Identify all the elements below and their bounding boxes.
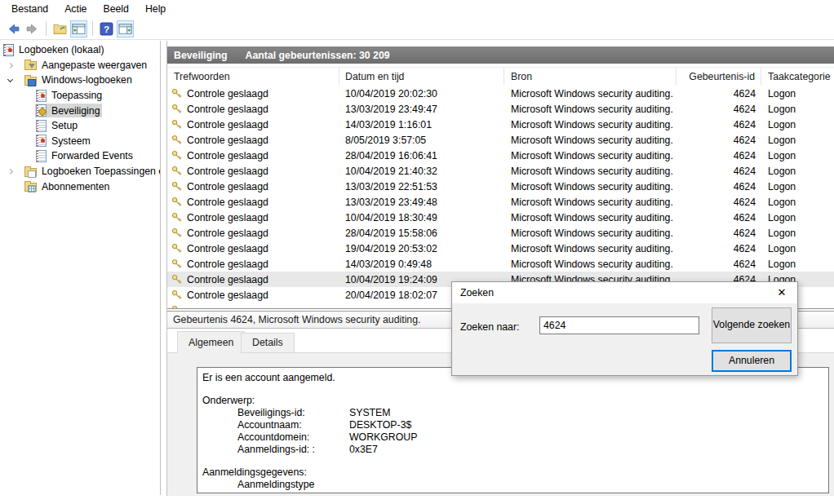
task-category-cell: Logon — [761, 197, 834, 208]
table-row[interactable]: Controle geslaagd10/04/2019 20:02:30Micr… — [167, 86, 834, 101]
task-category-cell: Logon — [761, 243, 834, 254]
tab-details[interactable]: Details — [241, 333, 295, 353]
datetime-cell: 13/03/2019 23:49:48 — [339, 197, 504, 208]
log-icon — [36, 120, 47, 132]
menu-bar: BestandActieBeeldHelp — [0, 0, 834, 18]
search-label: Zoeken naar: — [460, 321, 519, 333]
sidebar-item-label: Beveiliging — [51, 105, 100, 117]
source-cell: Microsoft Windows security auditing. — [504, 181, 677, 192]
event-id-cell: 4624 — [677, 181, 761, 192]
sidebar-item-abonnementen[interactable]: Abonnementen — [0, 179, 160, 194]
close-icon[interactable]: ✕ — [773, 285, 791, 301]
sidebar-item-forwarded-events[interactable]: Forwarded Events — [0, 148, 160, 164]
folder-windows-icon — [24, 77, 37, 86]
event-description-box[interactable]: Er is een account aangemeld.Onderwerp:Be… — [197, 367, 829, 493]
sidebar-item-toepassing[interactable]: Toepassing — [0, 88, 160, 104]
datetime-cell: 28/04/2019 16:06:41 — [339, 150, 504, 161]
log-title-bar: Beveiliging Aantal gebeurtenissen: 30 20… — [167, 46, 834, 64]
find-dialog-title: Zoeken — [460, 287, 494, 298]
sidebar-item-aangepaste-weergaven[interactable]: Aangepaste weergaven — [0, 58, 160, 73]
console-tree-toggle-icon[interactable] — [70, 20, 87, 38]
event-id-cell: 4624 — [677, 135, 761, 146]
event-table: Controle geslaagd10/04/2019 20:02:30Micr… — [167, 86, 834, 308]
open-saved-log-icon[interactable] — [51, 20, 69, 38]
sidebar-item-windows-logboeken[interactable]: Windows-logboeken — [0, 73, 160, 88]
detail-field-label: Accountnaam: — [237, 419, 349, 431]
sidebar-item-logboeken-toepassingen-en[interactable]: Logboeken Toepassingen en — [0, 164, 160, 179]
column-header-gebeurtenis-id[interactable]: Gebeurtenis-id^ — [677, 68, 761, 85]
expand-icon[interactable] — [7, 63, 13, 69]
keywords-cell: Controle geslaagd — [187, 259, 268, 270]
sidebar-item-beveiliging[interactable]: Beveiliging — [0, 103, 160, 118]
event-id-cell: 4624 — [677, 150, 761, 161]
audit-success-key-icon — [171, 228, 182, 238]
log-title: Beveiliging — [174, 50, 228, 61]
action-pane-toggle-icon[interactable] — [117, 20, 134, 38]
audit-success-key-icon — [171, 212, 182, 223]
detail-field-label: Accountdomein: — [237, 431, 349, 444]
toolbar-separator — [92, 21, 93, 36]
table-row[interactable]: Controle geslaagd8/05/2019 3:57:05Micros… — [167, 132, 834, 148]
audit-success-key-icon — [171, 290, 182, 300]
column-header-bron[interactable]: Bron — [504, 68, 677, 85]
table-row[interactable]: Controle geslaagd14/03/2019 1:16:01Micro… — [167, 117, 834, 132]
detail-field-value: WORKGROUP — [349, 431, 417, 443]
detail-field-label: Aanmeldings-id: : — [237, 444, 349, 456]
cancel-button[interactable]: Annuleren — [712, 350, 792, 372]
find-next-button[interactable]: Volgende zoeken — [712, 307, 792, 343]
find-dialog-titlebar[interactable]: Zoeken — [452, 282, 797, 303]
event-id-cell: 4624 — [677, 197, 761, 208]
source-cell: Microsoft Windows security auditing. — [504, 119, 677, 130]
collapse-icon[interactable] — [7, 77, 13, 82]
table-row[interactable]: Controle geslaagd19/04/2019 20:53:02Micr… — [167, 241, 834, 256]
forward-icon[interactable] — [24, 20, 41, 38]
menu-beeld[interactable]: Beeld — [95, 2, 136, 16]
column-header-datum-en-tijd[interactable]: Datum en tijd — [339, 68, 504, 85]
expand-icon[interactable] — [7, 169, 13, 175]
keywords-cell: Controle geslaagd — [187, 181, 268, 192]
menu-actie[interactable]: Actie — [56, 2, 95, 16]
task-category-cell: Logon — [761, 88, 834, 99]
table-row[interactable]: Controle geslaagd10/04/2019 18:30:49Micr… — [167, 210, 834, 225]
audit-success-key-icon — [171, 259, 182, 269]
help-icon[interactable]: ? — [98, 20, 115, 38]
menu-bestand[interactable]: Bestand — [3, 2, 56, 16]
search-input[interactable] — [539, 316, 699, 334]
sidebar-item-logboeken-lokaal[interactable]: Logboeken (lokaal) — [0, 42, 160, 58]
folder-subscriptions-icon — [24, 183, 37, 192]
column-header-taakcategorie[interactable]: Taakcategorie — [761, 68, 834, 85]
event-count: Aantal gebeurtenissen: 30 209 — [246, 50, 390, 61]
table-row[interactable]: Controle geslaagd13/03/2019 23:49:48Micr… — [167, 194, 834, 210]
table-row[interactable]: Controle geslaagd10/04/2019 21:40:32Micr… — [167, 163, 834, 179]
tab-algemeen[interactable]: Algemeen — [177, 331, 245, 353]
event-id-cell: 4624 — [677, 166, 761, 177]
event-id-cell: 4624 — [677, 88, 761, 99]
table-row[interactable]: Controle geslaagd13/03/2019 23:49:47Micr… — [167, 101, 834, 117]
event-id-cell: 4624 — [677, 259, 761, 270]
table-row[interactable]: Controle geslaagd13/03/2019 22:51:53Micr… — [167, 179, 834, 194]
folder-filter-icon — [24, 61, 37, 70]
datetime-cell: 14/03/2019 0:49:48 — [339, 259, 504, 270]
sidebar-item-systeem[interactable]: Systeem — [0, 134, 160, 149]
sidebar-item-label: Aangepaste weergaven — [42, 60, 147, 71]
sort-ascending-icon: ^ — [716, 68, 720, 71]
table-row[interactable]: Controle geslaagd14/03/2019 0:49:48Micro… — [167, 256, 834, 272]
toolbar-separator — [46, 21, 47, 36]
column-header-trefwoorden[interactable]: Trefwoorden — [167, 68, 339, 85]
event-detail-line: Aanmeldings-id: :0x3E7 — [202, 444, 823, 456]
sidebar-item-label: Windows-logboeken — [42, 74, 132, 86]
table-row[interactable]: Controle geslaagd28/04/2019 16:06:41Micr… — [167, 148, 834, 163]
sidebar-item-setup[interactable]: Setup — [0, 118, 160, 134]
back-icon[interactable] — [5, 20, 22, 38]
console-tree-panel: Logboeken (lokaal)Aangepaste weergavenWi… — [0, 41, 161, 495]
menu-help[interactable]: Help — [137, 2, 174, 16]
console-tree: Logboeken (lokaal)Aangepaste weergavenWi… — [0, 42, 160, 194]
source-cell: Microsoft Windows security auditing. — [504, 104, 677, 115]
source-cell: Microsoft Windows security auditing. — [504, 243, 677, 254]
task-category-cell: Logon — [761, 212, 834, 223]
audit-success-key-icon — [171, 150, 182, 161]
find-dialog: Zoeken ✕ Zoeken naar: Volgende zoeken An… — [451, 281, 798, 376]
table-row[interactable]: Controle geslaagd28/04/2019 15:58:06Micr… — [167, 225, 834, 241]
sidebar-item-label: Toepassing — [51, 90, 102, 101]
event-detail-line: Accountdomein:WORKGROUP — [202, 431, 823, 444]
